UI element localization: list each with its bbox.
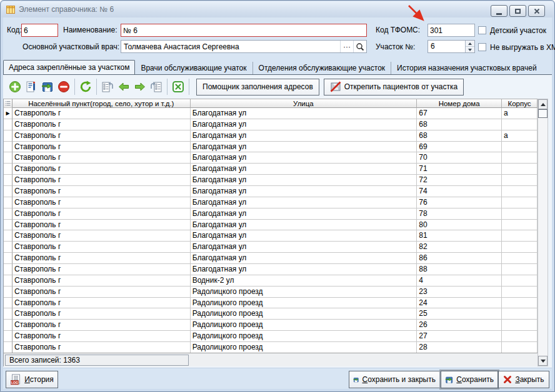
close-dialog-button[interactable]: Закрыть [498,371,549,388]
cell-house[interactable]: 24 [417,298,502,309]
cell-building[interactable] [502,298,538,309]
column-header-building[interactable]: Корпус [502,99,538,108]
save-button[interactable]: Сохранить [441,371,498,388]
cell-street[interactable]: Благодатная ул [191,142,418,153]
cell-city[interactable]: Ставрополь г [12,142,191,153]
table-row[interactable]: Ставрополь г Благодатная ул 68 а [4,130,538,142]
cell-street[interactable]: Благодатная ул [191,242,418,253]
cell-building[interactable] [502,342,538,353]
cell-building[interactable] [502,220,538,231]
child-district-checkbox[interactable] [478,26,486,34]
cell-house[interactable]: 26 [417,320,502,331]
cell-city[interactable]: Ставрополь г [12,197,191,208]
cell-city[interactable]: Ставрополь г [12,287,191,298]
table-row[interactable]: Ставрополь г Радолицкого проезд 23 [4,287,538,298]
tab-history[interactable]: История назначения участковых врачей [391,62,542,74]
cell-house[interactable]: 71 [417,164,502,175]
next-record-button[interactable] [132,79,148,95]
cell-building[interactable] [502,242,538,253]
cell-house[interactable]: 80 [417,220,502,231]
cell-city[interactable]: Ставрополь г [12,130,191,142]
scroll-down-button[interactable] [538,356,548,366]
cell-city[interactable]: Ставрополь г [12,164,191,175]
cell-building[interactable] [502,230,538,242]
tab-departments[interactable]: Отделения обслуживающие участок [253,62,392,74]
detach-patients-button[interactable]: Открепить пациентов от участка [324,79,464,96]
cell-city[interactable]: Ставрополь г [12,264,191,275]
cell-street[interactable]: Благодатная ул [191,220,418,231]
table-row[interactable]: Ставрополь г Благодатная ул 86 [4,253,538,264]
cell-house[interactable]: 67 [417,108,502,119]
table-row[interactable]: Ставрополь г Благодатная ул 81 [4,230,538,242]
cell-city[interactable]: Ставрополь г [12,220,191,231]
save-record-button[interactable] [39,79,56,95]
column-header-house[interactable]: Номер дома [417,99,502,108]
table-row[interactable]: Ставрополь г Радолицкого проезд 27 [4,331,538,342]
cell-building[interactable] [502,331,538,342]
cell-building[interactable]: а [502,108,538,119]
table-row[interactable]: Ставрополь г Благодатная ул 68 [4,119,538,130]
address-helper-button[interactable]: Помощник заполнения адресов [196,79,319,96]
cell-house[interactable]: 78 [417,208,502,220]
column-header-city[interactable]: Населённый пункт(город, село, хутор и т.… [12,99,191,108]
spin-up-button[interactable] [466,41,474,47]
cell-house[interactable]: 23 [417,287,502,298]
cell-house[interactable]: 27 [417,331,502,342]
cell-street[interactable]: Благодатная ул [191,175,418,186]
cell-street[interactable]: Благодатная ул [191,130,418,142]
cell-street[interactable]: Радолицкого проезд [191,320,418,331]
cell-street[interactable]: Благодатная ул [191,108,418,119]
table-row[interactable]: Ставрополь г Благодатная ул 78 [4,208,538,220]
cell-building[interactable] [502,287,538,298]
cell-street[interactable]: Благодатная ул [191,152,418,164]
cell-building[interactable] [502,142,538,153]
table-row[interactable]: Ставрополь г Водник-2 ул 4 [4,275,538,287]
cell-city[interactable]: Ставрополь г [12,308,191,320]
cell-city[interactable]: Ставрополь г [12,298,191,309]
code-field[interactable] [21,24,58,37]
cell-street[interactable]: Благодатная ул [191,164,418,175]
next-group-button[interactable] [148,79,164,95]
cell-city[interactable]: Ставрополь г [12,208,191,220]
cell-house[interactable]: 82 [417,242,502,253]
cell-building[interactable] [502,253,538,264]
cell-street[interactable]: Благодатная ул [191,186,418,197]
table-row[interactable]: Ставрополь г Благодатная ул 72 [4,175,538,186]
table-row[interactable]: Ставрополь г Благодатная ул 88 [4,264,538,275]
table-row[interactable]: Ставрополь г Благодатная ул 70 [4,152,538,164]
cell-street[interactable]: Благодатная ул [191,230,418,242]
cell-street[interactable]: Радолицкого проезд [191,298,418,309]
cell-city[interactable]: Ставрополь г [12,331,191,342]
cell-building[interactable] [502,264,538,275]
column-header-street[interactable]: Улица [191,99,418,108]
close-button[interactable] [528,5,545,17]
table-row[interactable]: ▶ Ставрополь г Благодатная ул 67 а [4,108,538,119]
cell-street[interactable]: Благодатная ул [191,119,418,130]
cell-building[interactable] [502,308,538,320]
cell-house[interactable]: 70 [417,152,502,164]
cell-city[interactable]: Ставрополь г [12,275,191,287]
table-row[interactable]: Ставрополь г Радолицкого проезд 28 [4,342,538,353]
vertical-scrollbar[interactable] [538,99,548,366]
cell-building[interactable] [502,152,538,164]
doctor-search-button[interactable] [353,41,366,52]
save-and-close-button[interactable]: Сохранить и закрыть [349,371,440,388]
prev-record-button[interactable] [116,79,132,95]
cell-building[interactable] [502,208,538,220]
scrollbar-thumb[interactable] [538,109,548,118]
cell-house[interactable]: 68 [417,119,502,130]
delete-record-button[interactable] [56,79,72,95]
cell-building[interactable] [502,320,538,331]
table-row[interactable]: Ставрополь г Благодатная ул 76 [4,197,538,208]
cell-building[interactable] [502,175,538,186]
cell-city[interactable]: Ставрополь г [12,175,191,186]
no-xml-export-checkbox[interactable] [478,43,486,51]
tfoms-field[interactable] [428,24,475,37]
cell-street[interactable]: Радолицкого проезд [191,287,418,298]
cell-street[interactable]: Благодатная ул [191,253,418,264]
cell-house[interactable]: 25 [417,308,502,320]
cell-building[interactable] [502,119,538,130]
cell-house[interactable]: 74 [417,186,502,197]
table-row[interactable]: Ставрополь г Радолицкого проезд 25 [4,308,538,320]
cell-building[interactable] [502,275,538,287]
